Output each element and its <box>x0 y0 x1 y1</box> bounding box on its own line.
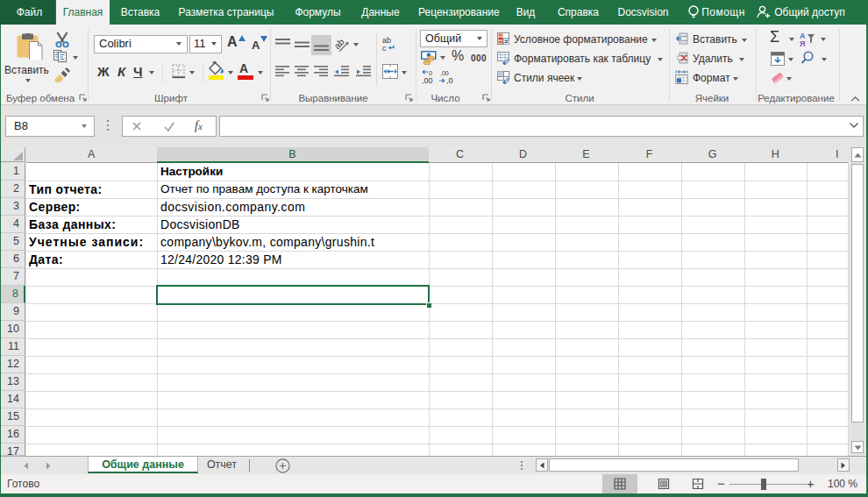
svg-text:ab: ab <box>335 36 346 51</box>
svg-text:,00: ,00 <box>422 76 433 84</box>
svg-text:0: 0 <box>429 70 432 76</box>
svg-text:Я: Я <box>800 39 805 47</box>
svg-text:,0: ,0 <box>446 76 453 84</box>
svg-text:c: c <box>382 44 387 53</box>
svg-text:,00: ,00 <box>440 70 449 76</box>
